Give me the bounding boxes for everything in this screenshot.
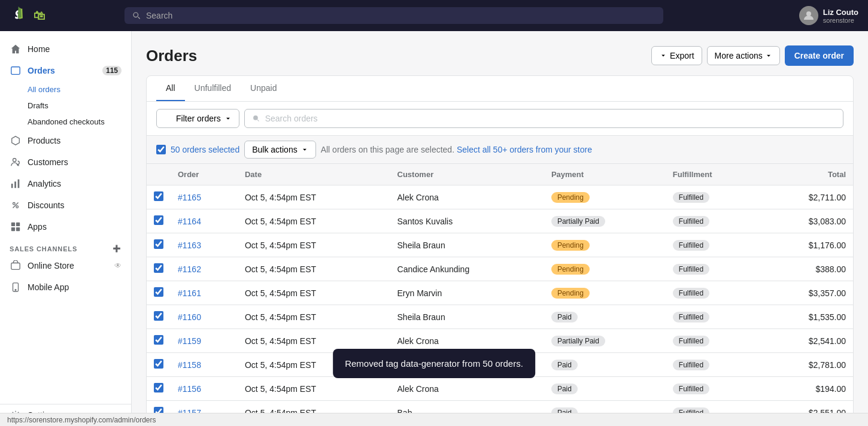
row-checkbox[interactable] xyxy=(154,239,163,249)
col-payment: Payment xyxy=(544,164,666,185)
sidebar-sub-abandoned[interactable]: Abandoned checkouts xyxy=(0,114,131,130)
sidebar-sub-drafts[interactable]: Drafts xyxy=(0,98,131,114)
svg-point-7 xyxy=(16,206,19,208)
row-checkbox[interactable] xyxy=(154,191,163,201)
sidebar-label-customers: Customers xyxy=(28,157,68,167)
select-all-checkbox[interactable] xyxy=(156,145,166,154)
order-date: Oct 5, 4:54pm EST xyxy=(238,185,390,209)
order-payment: Pending xyxy=(544,233,666,257)
sidebar: Home Orders 115 All orders Drafts Abando… xyxy=(0,31,132,426)
order-number: #1161 xyxy=(171,281,238,305)
table-row[interactable]: #1161 Oct 5, 4:54pm EST Eryn Marvin Pend… xyxy=(147,281,853,305)
analytics-icon xyxy=(10,178,22,190)
table-row[interactable]: #1165 Oct 5, 4:54pm EST Alek Crona Pendi… xyxy=(147,185,853,209)
add-sales-channel-button[interactable]: ➕ xyxy=(113,245,122,252)
tab-unpaid[interactable]: Unpaid xyxy=(241,76,286,101)
svg-point-6 xyxy=(13,203,16,205)
global-search-bar[interactable] xyxy=(125,7,663,24)
order-payment: Partially Paid xyxy=(544,209,666,233)
order-total: $2,711.00 xyxy=(761,185,853,209)
sidebar-item-analytics[interactable]: Analytics xyxy=(0,173,131,194)
order-fulfillment: Fulfilled xyxy=(666,233,761,257)
sidebar-item-home[interactable]: Home xyxy=(0,38,131,60)
sidebar-item-apps[interactable]: Apps xyxy=(0,216,131,238)
more-actions-button[interactable]: More actions xyxy=(707,46,780,65)
order-date: Oct 5, 4:54pm EST xyxy=(238,209,390,233)
chevron-down-icon xyxy=(301,146,308,153)
row-checkbox[interactable] xyxy=(154,287,163,297)
order-number: #1159 xyxy=(171,329,238,353)
row-checkbox[interactable] xyxy=(154,311,163,321)
order-fulfillment: Fulfilled xyxy=(666,281,761,305)
search-orders-input[interactable] xyxy=(244,109,843,128)
orders-icon xyxy=(10,65,22,77)
svg-rect-10 xyxy=(11,227,15,231)
row-checkbox[interactable] xyxy=(154,335,163,345)
user-name: Liz Couto xyxy=(823,8,858,17)
order-fulfillment: Fulfilled xyxy=(666,329,761,353)
sidebar-sub-all-orders[interactable]: All orders xyxy=(0,81,131,98)
order-fulfillment: Fulfilled xyxy=(666,305,761,329)
search-orders-field[interactable] xyxy=(265,114,836,123)
orders-tabs: All Unfulfilled Unpaid xyxy=(147,76,853,102)
row-checkbox[interactable] xyxy=(154,383,163,392)
user-menu[interactable]: Liz Couto sorenstore xyxy=(799,6,858,25)
row-checkbox[interactable] xyxy=(154,359,163,369)
svg-rect-5 xyxy=(18,179,20,188)
search-input[interactable] xyxy=(146,11,656,20)
order-customer: Santos Kuvalis xyxy=(390,209,544,233)
order-payment: Paid xyxy=(544,377,666,401)
table-row[interactable]: #1160 Oct 5, 4:54pm EST Sheila Braun Pai… xyxy=(147,305,853,329)
col-fulfillment: Fulfillment xyxy=(666,164,761,185)
row-checkbox[interactable] xyxy=(154,263,163,273)
order-total: $1,535.00 xyxy=(761,305,853,329)
status-url: https://sorenstore.myshopify.com/admin/o… xyxy=(7,416,156,424)
bulk-actions-button[interactable]: Bulk actions xyxy=(244,141,315,159)
order-number: #1156 xyxy=(171,377,238,401)
order-date: Oct 5, 4:54pm EST xyxy=(238,305,390,329)
create-order-button[interactable]: Create order xyxy=(785,45,854,66)
tab-unfulfilled[interactable]: Unfulfilled xyxy=(185,76,241,101)
tab-all[interactable]: All xyxy=(156,76,185,101)
orders-badge: 115 xyxy=(102,66,122,75)
sidebar-item-products[interactable]: Products xyxy=(0,130,131,151)
sidebar-item-customers[interactable]: Customers xyxy=(0,151,131,173)
sidebar-item-online-store[interactable]: Online Store 👁 xyxy=(0,255,131,276)
order-fulfillment: Fulfilled xyxy=(666,257,761,281)
svg-rect-11 xyxy=(16,227,20,231)
bulk-actions-row: 50 orders selected Bulk actions All orde… xyxy=(147,136,853,164)
export-button[interactable]: Export xyxy=(651,46,702,65)
order-total: $388.00 xyxy=(761,257,853,281)
home-icon xyxy=(10,43,22,55)
export-icon xyxy=(659,51,667,60)
table-row[interactable]: #1164 Oct 5, 4:54pm EST Santos Kuvalis P… xyxy=(147,209,853,233)
svg-rect-4 xyxy=(14,181,16,188)
select-all-message: All orders on this page are selected. Se… xyxy=(321,145,592,154)
row-checkbox[interactable] xyxy=(154,215,163,225)
filter-row: Filter orders xyxy=(147,102,853,136)
order-payment: Pending xyxy=(544,185,666,209)
table-row[interactable]: #1156 Oct 5, 4:54pm EST Alek Crona Paid … xyxy=(147,377,853,401)
order-fulfillment: Fulfilled xyxy=(666,185,761,209)
chevron-down-icon xyxy=(224,115,232,122)
sidebar-item-orders[interactable]: Orders 115 xyxy=(0,60,131,81)
page-header: Orders Export More actions Create order xyxy=(146,45,854,66)
select-all-link[interactable]: Select all 50+ orders from your store xyxy=(457,145,592,154)
user-store: sorenstore xyxy=(823,17,858,24)
table-row[interactable]: #1163 Oct 5, 4:54pm EST Sheila Braun Pen… xyxy=(147,233,853,257)
sidebar-label-home: Home xyxy=(28,44,50,54)
filter-orders-button[interactable]: Filter orders xyxy=(156,109,239,128)
chevron-down-icon xyxy=(765,52,772,59)
page-title: Orders xyxy=(146,47,197,65)
order-payment: Partially Paid xyxy=(544,329,666,353)
sidebar-item-mobile-app[interactable]: Mobile App xyxy=(0,276,131,298)
order-date: Oct 5, 4:54pm EST xyxy=(238,233,390,257)
table-row[interactable]: #1162 Oct 5, 4:54pm EST Candice Ankundin… xyxy=(147,257,853,281)
status-bar: https://sorenstore.myshopify.com/admin/o… xyxy=(0,413,868,426)
sidebar-item-discounts[interactable]: Discounts xyxy=(0,194,131,216)
order-total: $194.00 xyxy=(761,377,853,401)
col-total: Total xyxy=(761,164,853,185)
shopify-logo[interactable]: 🛍 xyxy=(10,6,117,25)
logo-text: 🛍 xyxy=(34,9,45,23)
order-date: Oct 5, 4:54pm EST xyxy=(238,281,390,305)
